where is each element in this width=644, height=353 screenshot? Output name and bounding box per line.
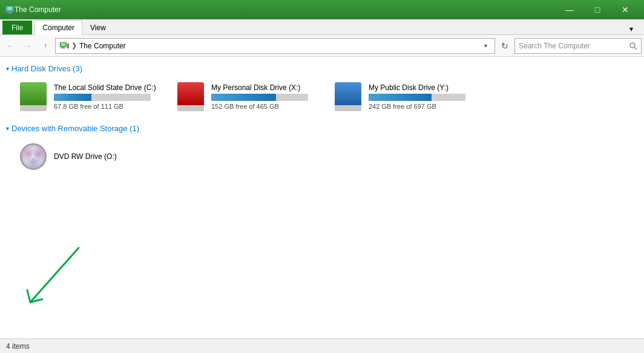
svg-rect-5: [61, 43, 65, 46]
dvd-icon: [20, 143, 47, 170]
drive-item-c[interactable]: The Local Solid State Drive (C:) 67.8 GB…: [12, 78, 169, 115]
progress-bg-y: [369, 94, 465, 101]
forward-button[interactable]: →: [20, 38, 36, 54]
svg-rect-6: [62, 47, 65, 48]
address-dropdown-button[interactable]: ▾: [480, 40, 491, 51]
annotation-arrow: [18, 242, 91, 314]
drive-space-y: 242 GB free of 697 GB: [369, 103, 478, 110]
tab-computer[interactable]: Computer: [34, 21, 82, 35]
drive-name-o: DVD RW Drive (O:): [54, 152, 163, 161]
svg-marker-8: [67, 44, 69, 48]
svg-rect-2: [8, 12, 12, 13]
back-button[interactable]: ←: [2, 38, 18, 54]
drive-info-y: My Public Disk Drive (Y:) 242 GB free of…: [369, 83, 478, 110]
drive-item-y[interactable]: My Public Disk Drive (Y:) 242 GB free of…: [327, 78, 484, 115]
up-button[interactable]: ↑: [38, 38, 53, 54]
window-controls: — □ ✕: [556, 0, 639, 19]
ribbon-tabs: File Computer View ▾: [0, 19, 644, 35]
tab-file[interactable]: File: [2, 21, 32, 34]
close-button[interactable]: ✕: [611, 0, 639, 19]
restore-button[interactable]: □: [583, 0, 611, 19]
hdd-icon-red: [177, 82, 204, 105]
path-separator: ❯: [71, 42, 77, 50]
address-bar[interactable]: ❯ The Computer ▾: [55, 38, 495, 54]
drive-name-x: My Personal Disk Drive (X:): [211, 83, 320, 92]
hard-disk-section-label: Hard Disk Drives (3): [12, 64, 82, 73]
address-path-label: The Computer: [79, 42, 478, 50]
tab-view[interactable]: View: [82, 21, 114, 34]
removable-drives-container: DVD RW Drive (O:): [0, 135, 644, 181]
drive-name-c: The Local Solid State Drive (C:): [54, 83, 163, 92]
hdd-icon-blue: [335, 82, 361, 105]
hard-drives-container: The Local Solid State Drive (C:) 67.8 GB…: [0, 76, 644, 121]
search-box[interactable]: Search The Computer: [514, 38, 642, 54]
drive-name-y: My Public Disk Drive (Y:): [369, 83, 478, 92]
drive-icon-wrap-c: [19, 82, 48, 111]
drive-icon-wrap-o: [19, 142, 48, 171]
drive-item-o[interactable]: DVD RW Drive (O:): [12, 138, 169, 175]
svg-line-11: [30, 248, 79, 302]
removable-chevron-icon: ▾: [6, 125, 9, 132]
progress-fill-x: [211, 94, 276, 101]
drive-item-x[interactable]: My Personal Disk Drive (X:) 152 GB free …: [169, 78, 327, 115]
svg-rect-3: [7, 13, 13, 14]
drive-info-o: DVD RW Drive (O:): [54, 152, 163, 161]
drive-space-c: 67.8 GB free of 111 GB: [54, 103, 163, 110]
drive-info-c: The Local Solid State Drive (C:) 67.8 GB…: [54, 83, 163, 110]
hdd-icon-green: [20, 82, 47, 105]
progress-bg-x: [211, 94, 308, 101]
address-bar-container: ← → ↑ ❯ The Computer ▾ ↻ Search The Comp…: [0, 35, 644, 57]
status-bar: 4 items: [0, 338, 644, 353]
minimize-button[interactable]: —: [556, 0, 583, 19]
search-icon: [629, 42, 637, 50]
progress-fill-y: [369, 94, 432, 101]
svg-rect-7: [61, 48, 65, 48]
item-count: 4 items: [6, 342, 30, 351]
title-bar: The Computer — □ ✕: [0, 0, 644, 19]
svg-line-10: [634, 47, 637, 50]
progress-fill-c: [54, 94, 91, 101]
path-computer-icon: [59, 41, 69, 51]
progress-bg-c: [54, 94, 151, 101]
drive-icon-wrap-y: [334, 82, 363, 111]
removable-section-label: Devices with Removable Storage (1): [12, 124, 139, 133]
search-placeholder: Search The Computer: [519, 42, 626, 50]
main-content: ▾ Hard Disk Drives (3) The Local Solid S…: [0, 57, 644, 338]
svg-rect-1: [7, 7, 12, 10]
chevron-icon: ▾: [6, 65, 9, 72]
drive-space-x: 152 GB free of 465 GB: [211, 103, 320, 110]
drive-info-x: My Personal Disk Drive (X:) 152 GB free …: [211, 83, 320, 110]
svg-point-9: [630, 43, 635, 48]
drive-icon-wrap-x: [176, 82, 205, 111]
hard-disk-section-header[interactable]: ▾ Hard Disk Drives (3): [0, 62, 644, 76]
computer-titlebar-icon: [5, 5, 15, 15]
ribbon-expand-button[interactable]: ▾: [629, 25, 642, 33]
window-title: The Computer: [15, 5, 556, 14]
removable-section-header[interactable]: ▾ Devices with Removable Storage (1): [0, 121, 644, 135]
refresh-button[interactable]: ↻: [497, 38, 513, 54]
